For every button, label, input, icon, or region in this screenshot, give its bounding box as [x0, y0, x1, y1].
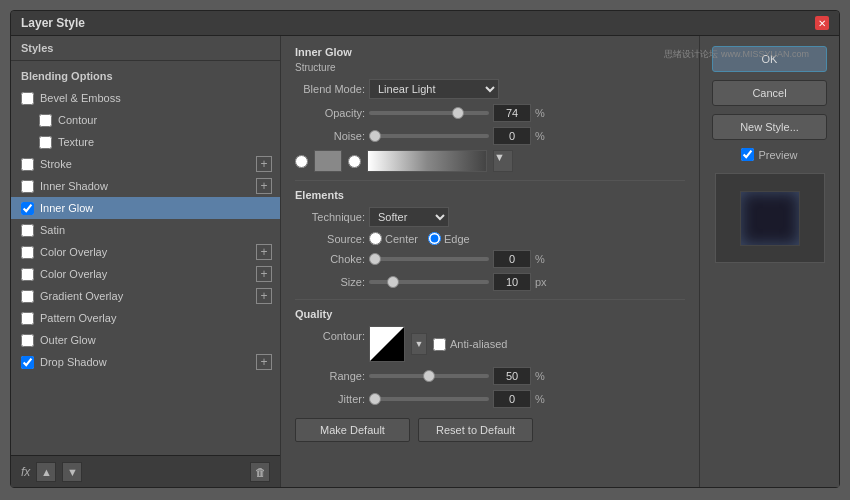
- size-row: Size: px: [295, 273, 685, 291]
- color-radio[interactable]: [295, 155, 308, 168]
- choke-slider-track[interactable]: [369, 257, 489, 261]
- sidebar-item-outer-glow[interactable]: Outer Glow: [11, 329, 280, 351]
- cancel-button[interactable]: Cancel: [712, 80, 827, 106]
- stroke-checkbox[interactable]: [21, 158, 34, 171]
- gradient-dropdown-btn[interactable]: ▼: [493, 150, 513, 172]
- source-row: Source: Center Edge: [295, 232, 685, 245]
- sidebar-item-gradient-overlay[interactable]: Gradient Overlay +: [11, 285, 280, 307]
- gradient-overlay-checkbox[interactable]: [21, 290, 34, 303]
- source-center-radio[interactable]: [369, 232, 382, 245]
- opacity-input[interactable]: [493, 104, 531, 122]
- make-default-button[interactable]: Make Default: [295, 418, 410, 442]
- range-slider-thumb[interactable]: [423, 370, 435, 382]
- pattern-overlay-checkbox[interactable]: [21, 312, 34, 325]
- drop-shadow-add-button[interactable]: +: [256, 354, 272, 370]
- sidebar-item-texture[interactable]: Texture: [11, 131, 280, 153]
- watermark: 思绪设计论坛 www.MISSYUAN.com: [664, 48, 809, 61]
- preview-label[interactable]: Preview: [741, 148, 797, 161]
- bevel-emboss-checkbox[interactable]: [21, 92, 34, 105]
- fx-delete-button[interactable]: 🗑: [250, 462, 270, 482]
- choke-label: Choke:: [295, 253, 365, 265]
- inner-glow-checkbox[interactable]: [21, 202, 34, 215]
- jitter-input[interactable]: [493, 390, 531, 408]
- inner-shadow-checkbox[interactable]: [21, 180, 34, 193]
- source-radio-group: Center Edge: [369, 232, 470, 245]
- sidebar-item-color-overlay-1[interactable]: Color Overlay +: [11, 241, 280, 263]
- anti-aliased-checkbox[interactable]: [433, 338, 446, 351]
- range-slider-track[interactable]: [369, 374, 489, 378]
- opacity-label: Opacity:: [295, 107, 365, 119]
- sidebar-item-inner-glow[interactable]: Inner Glow: [11, 197, 280, 219]
- opacity-unit: %: [535, 107, 555, 119]
- anti-aliased-label[interactable]: Anti-aliased: [433, 338, 507, 351]
- gradient-swatch[interactable]: [367, 150, 487, 172]
- sidebar-item-contour[interactable]: Contour: [11, 109, 280, 131]
- preview-checkbox[interactable]: [741, 148, 754, 161]
- jitter-slider-track[interactable]: [369, 397, 489, 401]
- outer-glow-checkbox[interactable]: [21, 334, 34, 347]
- jitter-slider-thumb[interactable]: [369, 393, 381, 405]
- size-slider-track[interactable]: [369, 280, 489, 284]
- preview-inner: [740, 191, 800, 246]
- noise-input[interactable]: [493, 127, 531, 145]
- color-swatch[interactable]: [314, 150, 342, 172]
- opacity-row: Opacity: %: [295, 104, 685, 122]
- size-input[interactable]: [493, 273, 531, 291]
- bottom-buttons: Make Default Reset to Default: [295, 418, 685, 442]
- sidebar-item-bevel-emboss[interactable]: Bevel & Emboss: [11, 87, 280, 109]
- fx-up-button[interactable]: ▲: [36, 462, 56, 482]
- reset-to-default-button[interactable]: Reset to Default: [418, 418, 533, 442]
- opacity-slider-track[interactable]: [369, 111, 489, 115]
- noise-slider-track[interactable]: [369, 134, 489, 138]
- right-panel: OK Cancel New Style... Preview: [699, 36, 839, 487]
- contour-label: Contour:: [295, 330, 365, 342]
- choke-row: Choke: %: [295, 250, 685, 268]
- choke-slider-thumb[interactable]: [369, 253, 381, 265]
- range-input[interactable]: [493, 367, 531, 385]
- sidebar-item-pattern-overlay[interactable]: Pattern Overlay: [11, 307, 280, 329]
- choke-input[interactable]: [493, 250, 531, 268]
- technique-select[interactable]: Softer Precise: [369, 207, 449, 227]
- sidebar-item-inner-shadow[interactable]: Inner Shadow +: [11, 175, 280, 197]
- fx-bar: fx ▲ ▼ 🗑: [11, 455, 280, 487]
- satin-checkbox[interactable]: [21, 224, 34, 237]
- color-overlay-2-add-button[interactable]: +: [256, 266, 272, 282]
- sidebar-item-color-overlay-2[interactable]: Color Overlay +: [11, 263, 280, 285]
- noise-slider-thumb[interactable]: [369, 130, 381, 142]
- blend-mode-select[interactable]: Linear Light: [369, 79, 499, 99]
- contour-dropdown-btn[interactable]: ▼: [411, 333, 427, 355]
- styles-header: Styles: [11, 36, 280, 61]
- size-slider-thumb[interactable]: [387, 276, 399, 288]
- stroke-add-button[interactable]: +: [256, 156, 272, 172]
- close-button[interactable]: ✕: [815, 16, 829, 30]
- source-edge-radio[interactable]: [428, 232, 441, 245]
- title-bar: Layer Style ✕: [11, 11, 839, 36]
- noise-row: Noise: %: [295, 127, 685, 145]
- gradient-overlay-add-button[interactable]: +: [256, 288, 272, 304]
- noise-unit: %: [535, 130, 555, 142]
- contour-preview[interactable]: [369, 326, 405, 362]
- middle-panel: Inner Glow Structure Blend Mode: Linear …: [281, 36, 699, 487]
- source-edge-label[interactable]: Edge: [428, 232, 470, 245]
- gradient-radio[interactable]: [348, 155, 361, 168]
- opacity-slider-thumb[interactable]: [452, 107, 464, 119]
- technique-row: Technique: Softer Precise: [295, 207, 685, 227]
- source-center-label[interactable]: Center: [369, 232, 418, 245]
- sidebar-item-stroke[interactable]: Stroke +: [11, 153, 280, 175]
- texture-checkbox[interactable]: [39, 136, 52, 149]
- sidebar-item-blending-options[interactable]: Blending Options: [11, 65, 280, 87]
- elements-label: Elements: [295, 189, 685, 201]
- fx-down-button[interactable]: ▼: [62, 462, 82, 482]
- jitter-unit: %: [535, 393, 555, 405]
- contour-checkbox[interactable]: [39, 114, 52, 127]
- color-overlay-1-checkbox[interactable]: [21, 246, 34, 259]
- inner-shadow-add-button[interactable]: +: [256, 178, 272, 194]
- sidebar-item-satin[interactable]: Satin: [11, 219, 280, 241]
- color-overlay-2-checkbox[interactable]: [21, 268, 34, 281]
- section-title: Inner Glow: [295, 46, 685, 58]
- drop-shadow-checkbox[interactable]: [21, 356, 34, 369]
- left-panel: Styles Blending Options Bevel & Emboss C…: [11, 36, 281, 487]
- sidebar-item-drop-shadow[interactable]: Drop Shadow +: [11, 351, 280, 373]
- color-overlay-1-add-button[interactable]: +: [256, 244, 272, 260]
- new-style-button[interactable]: New Style...: [712, 114, 827, 140]
